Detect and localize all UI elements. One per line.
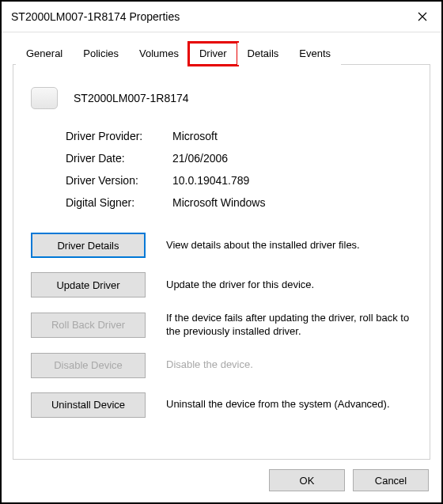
driver-details-desc: View details about the installed driver … (166, 239, 412, 252)
ok-button[interactable]: OK (269, 469, 345, 491)
tab-general[interactable]: General (16, 43, 73, 65)
uninstall-device-button[interactable]: Uninstall Device (31, 392, 146, 418)
disk-drive-icon (31, 87, 58, 109)
disable-device-row: Disable Device Disable the device. (31, 353, 412, 378)
update-driver-desc: Update the driver for this device. (166, 279, 412, 292)
uninstall-device-row: Uninstall Device Uninstall the device fr… (31, 392, 412, 418)
roll-back-driver-desc: If the device fails after updating the d… (166, 312, 412, 339)
update-driver-button[interactable]: Update Driver (31, 272, 146, 297)
tabs-container: General Policies Volumes Driver Details … (2, 32, 441, 65)
close-button[interactable] (411, 8, 434, 25)
disable-device-button: Disable Device (31, 353, 146, 378)
driver-version-value: 10.0.19041.789 (172, 174, 412, 187)
roll-back-driver-row: Roll Back Driver If the device fails aft… (31, 312, 412, 339)
driver-details-button[interactable]: Driver Details (31, 233, 146, 258)
disable-device-desc: Disable the device. (166, 358, 412, 372)
driver-info: Driver Provider: Microsoft Driver Date: … (66, 130, 412, 209)
digital-signer-label: Digital Signer: (66, 196, 172, 209)
update-driver-row: Update Driver Update the driver for this… (31, 272, 412, 297)
tab-policies[interactable]: Policies (73, 43, 129, 65)
window-title: ST2000LM007-1R8174 Properties (11, 10, 180, 23)
tab-volumes[interactable]: Volumes (129, 43, 189, 65)
title-bar: ST2000LM007-1R8174 Properties (2, 2, 441, 32)
tab-bar: General Policies Volumes Driver Details … (13, 42, 430, 65)
tab-events[interactable]: Events (289, 43, 341, 65)
driver-details-row: Driver Details View details about the in… (31, 233, 412, 258)
cancel-button[interactable]: Cancel (353, 469, 429, 491)
driver-panel: ST2000LM007-1R8174 Driver Provider: Micr… (13, 65, 430, 460)
actions: Driver Details View details about the in… (31, 233, 412, 418)
digital-signer-value: Microsoft Windows (172, 196, 412, 209)
tab-driver[interactable]: Driver (189, 43, 237, 65)
device-header: ST2000LM007-1R8174 (31, 87, 412, 109)
driver-date-label: Driver Date: (66, 152, 172, 165)
driver-provider-value: Microsoft (172, 130, 412, 142)
device-name: ST2000LM007-1R8174 (74, 92, 189, 104)
roll-back-driver-button: Roll Back Driver (31, 313, 146, 338)
close-icon (418, 12, 427, 21)
dialog-footer: OK Cancel (2, 460, 441, 502)
driver-date-value: 21/06/2006 (172, 152, 412, 165)
driver-version-label: Driver Version: (66, 174, 172, 187)
driver-provider-label: Driver Provider: (66, 130, 172, 142)
uninstall-device-desc: Uninstall the device from the system (Ad… (166, 398, 412, 411)
tab-details[interactable]: Details (237, 43, 290, 65)
